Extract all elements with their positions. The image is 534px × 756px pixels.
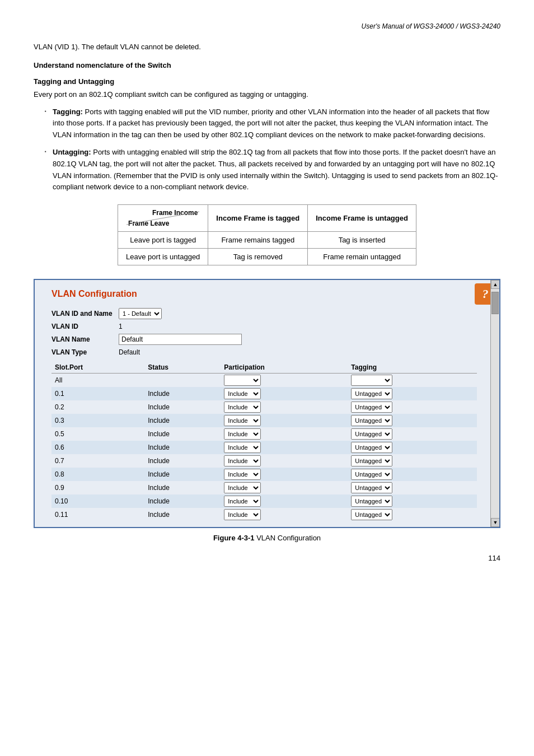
all-participation: Include Exclude: [221, 374, 348, 388]
slot-1: 0.2: [51, 400, 144, 414]
bullet-untagging-bold: Untagging:: [53, 148, 91, 156]
participation-select-8[interactable]: IncludeExclude: [224, 496, 261, 507]
scrollbar-down-button[interactable]: ▼: [491, 518, 500, 527]
bullet-dot-2: ▪: [45, 147, 53, 193]
tagging-select-2[interactable]: UntaggedTagged: [351, 415, 392, 426]
section2-title: Tagging and Untagging: [34, 77, 500, 86]
all-status: [144, 374, 221, 388]
port-table-wrapper: Slot.Port Status Participation Tagging A…: [51, 362, 488, 521]
tagging-1: UntaggedTagged: [348, 400, 477, 414]
slot-4: 0.6: [51, 441, 144, 454]
tagging-8: UntaggedTagged: [348, 494, 477, 508]
tagging-select-7[interactable]: UntaggedTagged: [351, 482, 392, 493]
participation-select-3[interactable]: IncludeExclude: [224, 428, 261, 440]
vlan-name-label: VLAN Name: [51, 335, 119, 343]
status-2: Include: [144, 414, 221, 427]
corner-inner: Frame Income Frame Leave: [126, 209, 200, 227]
tagging-select-6[interactable]: UntaggedTagged: [351, 469, 392, 480]
tagging-select-0[interactable]: UntaggedTagged: [351, 388, 392, 399]
tagging-select-4[interactable]: UntaggedTagged: [351, 442, 392, 453]
vlan-id-label: VLAN ID: [51, 323, 119, 330]
frame-row2-col2: Frame remain untagged: [308, 249, 416, 265]
participation-2: IncludeExclude: [221, 414, 348, 427]
vlan-box-inner: ? VLAN Configuration VLAN ID and Name 1 …: [35, 280, 499, 527]
participation-select-6[interactable]: IncludeExclude: [224, 469, 261, 480]
tagging-0: UntaggedTagged: [348, 387, 477, 400]
bullet-untagging: ▪ Untagging: Ports with untagging enable…: [34, 147, 500, 193]
frame-col2-header: Income Frame is untagged: [308, 205, 416, 232]
participation-select-9[interactable]: IncludeExclude: [224, 509, 261, 520]
scrollbar-track: [491, 289, 499, 518]
status-3: Include: [144, 427, 221, 441]
port-row-9: 0.11 Include IncludeExclude UntaggedTagg…: [51, 508, 477, 521]
all-slot: All: [51, 374, 144, 388]
vlan-scrollbar[interactable]: ▲ ▼: [490, 280, 499, 527]
slot-8: 0.10: [51, 494, 144, 508]
vlan-type-value: Default: [119, 348, 140, 356]
scrollbar-up-button[interactable]: ▲: [491, 280, 500, 289]
bullet-tagging-bold: Tagging:: [53, 108, 83, 116]
tagging-select-5[interactable]: UntaggedTagged: [351, 455, 392, 466]
status-7: Include: [144, 481, 221, 494]
col-participation-header: Participation: [221, 362, 348, 374]
page: User's Manual of WGS3-24000 / WGS3-24240…: [0, 0, 534, 576]
frame-row-1: Leave port is tagged Frame remains tagge…: [118, 232, 416, 249]
status-1: Include: [144, 400, 221, 414]
help-icon-label: ?: [483, 287, 489, 301]
scrollbar-thumb[interactable]: [491, 292, 499, 314]
tagging-select-9[interactable]: UntaggedTagged: [351, 509, 392, 520]
participation-select-5[interactable]: IncludeExclude: [224, 455, 261, 466]
bullet-tagging-text: Tagging: Ports with tagging enabled will…: [53, 106, 500, 141]
tagging-2: UntaggedTagged: [348, 414, 477, 427]
section1-title: Understand nomenclature of the Switch: [34, 61, 500, 69]
tagging-select-3[interactable]: UntaggedTagged: [351, 428, 392, 440]
frame-row-2: Leave port is untagged Tag is removed Fr…: [118, 249, 416, 265]
slot-9: 0.11: [51, 508, 144, 521]
slot-3: 0.5: [51, 427, 144, 441]
port-row-0: 0.1 Include IncludeExclude UntaggedTagge…: [51, 387, 477, 400]
bullet-untagging-text: Untagging: Ports with untagging enabled …: [53, 147, 500, 193]
port-row-3: 0.5 Include IncludeExclude UntaggedTagge…: [51, 427, 477, 441]
all-participation-select[interactable]: Include Exclude: [224, 375, 261, 386]
vlan-config-box: ? VLAN Configuration VLAN ID and Name 1 …: [34, 279, 500, 528]
tagging-4: UntaggedTagged: [348, 441, 477, 454]
port-row-7: 0.9 Include IncludeExclude UntaggedTagge…: [51, 481, 477, 494]
participation-select-2[interactable]: IncludeExclude: [224, 415, 261, 426]
frame-row2-label: Leave port is untagged: [118, 249, 208, 265]
corner-cell: Frame Income Frame Leave: [118, 205, 208, 232]
participation-4: IncludeExclude: [221, 441, 348, 454]
col-slot-header: Slot.Port: [51, 362, 144, 374]
tagging-3: UntaggedTagged: [348, 427, 477, 441]
all-tagging-select[interactable]: Untagged Tagged: [351, 375, 392, 386]
port-row-4: 0.6 Include IncludeExclude UntaggedTagge…: [51, 441, 477, 454]
vlan-config-title: VLAN Configuration: [51, 289, 488, 299]
participation-1: IncludeExclude: [221, 400, 348, 414]
vlan-id-name-select[interactable]: 1 - Default: [119, 308, 162, 319]
bullet-tagging: ▪ Tagging: Ports with tagging enabled wi…: [34, 106, 500, 141]
bullet-untagging-content: Ports with untagging enabled will strip …: [53, 148, 498, 191]
participation-3: IncludeExclude: [221, 427, 348, 441]
frame-table: Frame Income Frame Leave Income Frame is…: [118, 204, 416, 265]
participation-select-0[interactable]: IncludeExclude: [224, 388, 261, 399]
page-number: 114: [488, 554, 500, 562]
participation-7: IncludeExclude: [221, 481, 348, 494]
participation-select-4[interactable]: IncludeExclude: [224, 442, 261, 453]
intro-text: VLAN (VID 1). The default VLAN cannot be…: [34, 41, 500, 53]
tagging-select-8[interactable]: UntaggedTagged: [351, 496, 392, 507]
port-row-6: 0.8 Include IncludeExclude UntaggedTagge…: [51, 468, 477, 481]
port-row-5: 0.7 Include IncludeExclude UntaggedTagge…: [51, 454, 477, 468]
page-header: User's Manual of WGS3-24000 / WGS3-24240: [34, 22, 500, 30]
participation-select-1[interactable]: IncludeExclude: [224, 402, 261, 413]
port-row-8: 0.10 Include IncludeExclude UntaggedTagg…: [51, 494, 477, 508]
tagging-9: UntaggedTagged: [348, 508, 477, 521]
form-row-vlan-name: VLAN Name: [51, 334, 488, 345]
form-row-vlan-id: VLAN ID 1: [51, 323, 488, 330]
participation-8: IncludeExclude: [221, 494, 348, 508]
all-tagging: Untagged Tagged: [348, 374, 477, 388]
vlan-name-input[interactable]: [119, 334, 242, 345]
port-row-2: 0.3 Include IncludeExclude UntaggedTagge…: [51, 414, 477, 427]
participation-select-7[interactable]: IncludeExclude: [224, 482, 261, 493]
frame-table-wrapper: Frame Income Frame Leave Income Frame is…: [34, 204, 500, 265]
tagging-select-1[interactable]: UntaggedTagged: [351, 402, 392, 413]
port-row-1: 0.2 Include IncludeExclude UntaggedTagge…: [51, 400, 477, 414]
